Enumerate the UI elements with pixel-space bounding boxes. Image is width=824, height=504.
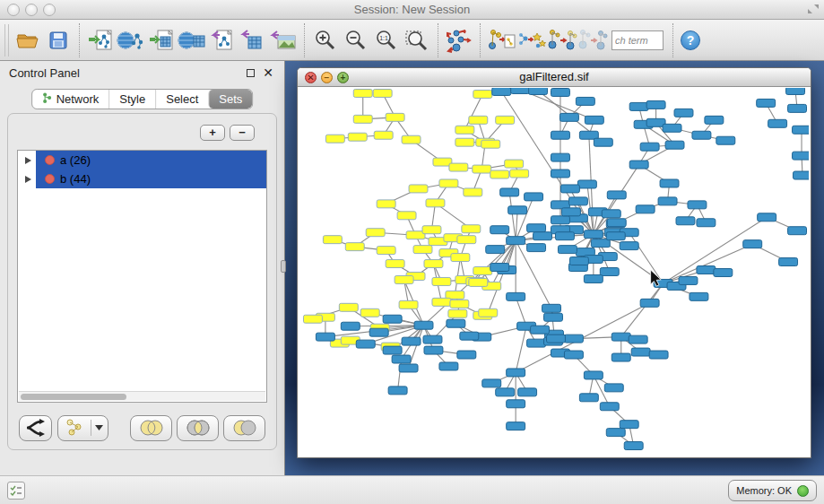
- graph-node-yellow[interactable]: [479, 308, 498, 317]
- graph-node-blue[interactable]: [316, 333, 334, 341]
- graph-node-blue[interactable]: [551, 131, 570, 139]
- import-table-database-icon[interactable]: [177, 24, 207, 56]
- graph-node-blue[interactable]: [788, 227, 807, 235]
- graph-node-blue[interactable]: [423, 335, 442, 343]
- graph-node-yellow[interactable]: [402, 135, 421, 143]
- graph-node-yellow[interactable]: [339, 303, 358, 311]
- close-panel-icon[interactable]: ✕: [263, 65, 273, 80]
- graph-node-yellow[interactable]: [409, 185, 428, 193]
- graph-node-blue[interactable]: [402, 337, 421, 345]
- graph-node-blue[interactable]: [511, 88, 530, 93]
- graph-node-yellow[interactable]: [455, 138, 474, 146]
- graph-node-blue[interactable]: [640, 299, 659, 307]
- graph-node-blue[interactable]: [564, 335, 583, 343]
- graph-node-blue[interactable]: [606, 429, 625, 437]
- tab-sets[interactable]: Sets: [208, 90, 252, 109]
- graph-node-yellow[interactable]: [397, 212, 416, 220]
- graph-node-blue[interactable]: [757, 99, 776, 107]
- graph-node-blue[interactable]: [793, 152, 809, 160]
- graph-node-blue[interactable]: [392, 355, 411, 363]
- graph-node-yellow[interactable]: [432, 277, 451, 285]
- network-view-frame[interactable]: ✕ − + galFiltered.sif: [297, 67, 811, 458]
- add-set-button[interactable]: +: [200, 125, 225, 141]
- graph-node-yellow[interactable]: [348, 133, 367, 141]
- tab-network[interactable]: Network: [32, 90, 109, 109]
- graph-node-blue[interactable]: [584, 274, 603, 282]
- graph-node-blue[interactable]: [620, 242, 638, 250]
- graph-node-blue[interactable]: [629, 102, 648, 110]
- graph-node-blue[interactable]: [424, 346, 443, 354]
- graph-node-blue[interactable]: [743, 240, 762, 248]
- graph-node-blue[interactable]: [576, 97, 594, 105]
- merge-networks-icon[interactable]: [516, 24, 547, 56]
- split-set-button[interactable]: [19, 415, 52, 441]
- graph-node-blue[interactable]: [624, 442, 643, 450]
- graph-node-blue[interactable]: [788, 104, 807, 112]
- graph-node-blue[interactable]: [341, 322, 360, 330]
- copy-network-icon[interactable]: [486, 24, 516, 56]
- help-icon[interactable]: ?: [681, 30, 700, 50]
- graph-node-blue[interactable]: [457, 351, 476, 359]
- graph-node-blue[interactable]: [688, 201, 707, 209]
- graph-node-yellow[interactable]: [386, 113, 404, 121]
- graph-node-blue[interactable]: [490, 264, 509, 272]
- graph-node-yellow[interactable]: [377, 247, 395, 255]
- graph-node-blue[interactable]: [447, 319, 465, 327]
- graph-node-yellow[interactable]: [464, 188, 482, 196]
- graph-node-blue[interactable]: [559, 113, 578, 121]
- expand-triangle-icon[interactable]: [25, 157, 31, 164]
- graph-node-blue[interactable]: [533, 232, 552, 240]
- graph-node-blue[interactable]: [611, 353, 630, 361]
- graph-node-blue[interactable]: [507, 369, 525, 377]
- graph-node-blue[interactable]: [649, 351, 668, 359]
- graph-node-blue[interactable]: [527, 244, 546, 252]
- graph-node-blue[interactable]: [569, 257, 588, 265]
- graph-node-blue[interactable]: [663, 124, 681, 132]
- memory-status-button[interactable]: Memory: OK: [728, 480, 817, 501]
- float-panel-icon[interactable]: [247, 69, 255, 77]
- graph-node-yellow[interactable]: [413, 246, 432, 254]
- graph-node-blue[interactable]: [551, 216, 570, 224]
- graph-node-blue[interactable]: [665, 141, 684, 149]
- graph-node-blue[interactable]: [564, 351, 583, 359]
- graph-node-yellow[interactable]: [481, 140, 500, 148]
- graph-node-yellow[interactable]: [448, 309, 467, 317]
- graph-node-blue[interactable]: [551, 153, 570, 161]
- graph-node-blue[interactable]: [486, 246, 505, 254]
- graph-node-blue[interactable]: [531, 326, 550, 334]
- graph-node-blue[interactable]: [600, 268, 619, 276]
- graph-node-blue[interactable]: [600, 403, 619, 411]
- graph-node-yellow[interactable]: [469, 116, 488, 124]
- expander-cell[interactable]: [18, 151, 36, 169]
- graph-node-blue[interactable]: [369, 328, 388, 336]
- save-session-icon[interactable]: [43, 24, 74, 56]
- panel-collapse-handle[interactable]: [281, 260, 286, 273]
- graph-node-blue[interactable]: [768, 119, 787, 127]
- graph-node-blue[interactable]: [439, 362, 458, 370]
- graph-node-blue[interactable]: [607, 219, 626, 227]
- remove-set-button[interactable]: −: [230, 125, 255, 141]
- graph-node-yellow[interactable]: [462, 225, 481, 233]
- graph-node-blue[interactable]: [629, 161, 648, 169]
- task-history-icon[interactable]: [7, 482, 25, 500]
- graph-node-blue[interactable]: [584, 230, 603, 239]
- graph-node-blue[interactable]: [658, 197, 677, 205]
- graph-node-blue[interactable]: [611, 333, 630, 341]
- graph-node-yellow[interactable]: [473, 90, 492, 98]
- list-item-set-a[interactable]: a (26): [18, 151, 266, 169]
- graph-node-yellow[interactable]: [455, 126, 474, 134]
- scrollbar-thumb[interactable]: [21, 394, 126, 400]
- graph-node-yellow[interactable]: [449, 163, 468, 171]
- create-network-from-set-button[interactable]: [57, 415, 108, 441]
- graph-node-blue[interactable]: [591, 239, 610, 248]
- graph-node-yellow[interactable]: [473, 267, 492, 275]
- graph-node-blue[interactable]: [584, 371, 603, 379]
- graph-node-blue[interactable]: [460, 332, 479, 340]
- graph-node-blue[interactable]: [676, 217, 695, 225]
- graph-node-blue[interactable]: [507, 400, 525, 408]
- graph-node-yellow[interactable]: [353, 89, 372, 97]
- graph-node-yellow[interactable]: [366, 229, 385, 237]
- zoom-in-icon[interactable]: [310, 24, 341, 56]
- graph-node-yellow[interactable]: [374, 131, 393, 139]
- graph-node-blue[interactable]: [594, 138, 612, 146]
